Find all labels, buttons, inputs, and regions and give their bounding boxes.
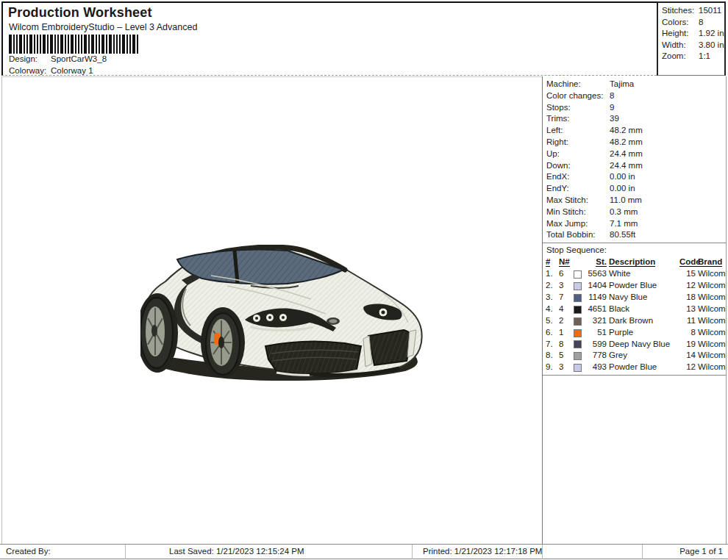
colorway-label: Colorway: [9,66,51,75]
colorway-value: Colorway 1 [51,66,93,75]
stop-sequence-row: 6. 1 51 Purple 8 Wilcom [543,327,726,339]
thread-color-swatch [574,317,582,326]
thread-code: 12 [679,280,696,292]
thread-brand: Wilcom [698,304,727,315]
summary-label: Colors: [662,17,699,29]
stop-stitches: 493 [587,362,607,373]
summary-row: Colors: 8 [662,17,724,29]
stop-needle: 1 [559,327,571,339]
thread-description: Purple [609,327,677,339]
thread-brand: Wilcom [698,327,727,339]
thread-description: Grey [609,350,677,362]
machine-info-label: Up: [546,148,610,160]
stop-sequence-row: 5. 2 321 Dark Brown 11 Wilcom [543,315,726,327]
machine-info-row: Trims: 39 [546,113,726,125]
thread-color-swatch [574,270,582,279]
machine-info-label: Max Jump: [546,218,610,230]
details-panel: Machine: Tajima Color changes: 8 Stops: … [542,76,727,544]
thread-code: 13 [679,304,696,315]
thread-description: Black [609,304,677,315]
stop-sequence-row: 7. 8 599 Deep Navy Blue 19 Wilcom [543,339,726,351]
summary-value: 1:1 [699,51,724,62]
colorway-row: Colorway:Colorway 1 [9,66,93,75]
machine-info-row: EndX: 0.00 in [546,171,726,183]
stop-stitches: 778 [587,350,607,362]
machine-info-value: 48.2 mm [610,125,726,137]
summary-value: 15011 [699,5,724,17]
machine-info-value: 7.1 mm [610,218,726,230]
machine-info-label: Right: [546,137,610,148]
col-brand: Brand [698,257,722,267]
machine-info-label: Machine: [546,79,610,90]
summary-value: 8 [699,17,724,29]
thread-color-swatch [574,329,582,337]
machine-info-row: Stops: 9 [546,102,726,114]
page-number: Page 1 of 1 [679,547,723,556]
stop-num: 4. [546,304,557,315]
summary-label: Height: [662,28,699,40]
thread-color-swatch [574,306,582,314]
car-headlight-lamps [253,314,288,323]
stop-stitches: 51 [587,327,607,339]
stop-sequence-rows: 1. 6 5563 White 15 Wilcom 2. 3 1404 [543,268,726,376]
summary-value: 3.80 in [699,40,724,51]
stop-stitches: 1404 [587,280,607,292]
stop-stitches: 599 [587,339,607,351]
thread-description: Dark Brown [609,315,677,327]
stop-stitches: 5563 [587,268,607,280]
thread-color-swatch [574,294,582,302]
summary-row: Zoom: 1:1 [662,51,724,62]
thread-code: 19 [679,339,696,351]
thread-code: 14 [679,350,696,362]
machine-info-value: 0.00 in [610,183,726,195]
design-row: Design:SportCarW3_8 [9,54,107,63]
machine-info-row: Right: 48.2 mm [546,137,726,148]
thread-color-swatch [574,364,582,372]
machine-info-value: 24.4 mm [610,160,726,172]
production-worksheet-page: Production Worksheet Wilcom EmbroiderySt… [0,0,728,560]
stop-sequence-title: Stop Sequence: [543,243,726,256]
machine-info-value: 9 [610,102,726,114]
footer: Created By: Last Saved: 1/21/2023 12:15:… [0,544,728,559]
machine-info-value: 24.4 mm [610,148,726,160]
machine-info-value: 8 [610,90,726,102]
created-by-label: Created By: [6,547,51,556]
machine-info-label: EndX: [546,171,610,183]
machine-info-value: 39 [610,113,726,125]
machine-info-row: Down: 24.4 mm [546,160,726,172]
design-value: SportCarW3_8 [51,54,107,63]
stop-needle: 3 [559,362,571,373]
footer-divider [125,545,126,559]
stop-needle: 7 [559,292,571,304]
machine-info-row: Max Jump: 7.1 mm [546,218,726,230]
thread-brand: Wilcom [698,350,727,362]
thread-brand: Wilcom [698,292,727,304]
summary-value: 1.92 in [699,28,724,40]
summary-row: Stitches: 15011 [662,5,724,17]
machine-info-value: 0.3 mm [610,207,726,218]
stop-num: 3. [546,292,557,304]
design-canvas [1,76,542,544]
stop-stitches: 1149 [587,292,607,304]
thread-description: Navy Blue [609,292,677,304]
footer-divider [542,545,543,559]
summary-label: Zoom: [662,51,699,62]
thread-color-swatch [574,352,582,360]
thread-code: 18 [679,292,696,304]
stop-num: 7. [546,339,557,351]
stop-sequence-row: 3. 7 1149 Navy Blue 18 Wilcom [543,292,726,304]
thread-description: Powder Blue [609,362,677,373]
machine-info-row: Color changes: 8 [546,90,726,102]
car-side-intake [368,330,412,365]
stop-needle: 6 [559,268,571,280]
thread-brand: Wilcom [698,339,727,351]
page-title: Production Worksheet [8,5,152,21]
summary-row: Width: 3.80 in [662,40,724,51]
header: Production Worksheet Wilcom EmbroiderySt… [1,1,657,76]
footer-divider [642,545,643,559]
machine-info-row: Up: 24.4 mm [546,148,726,160]
machine-info-value: 80.55ft [610,229,726,241]
machine-info-row: Max Stitch: 11.0 mm [546,195,726,207]
footer-divider [412,545,413,559]
machine-info-row: Total Bobbin: 80.55ft [546,229,726,241]
